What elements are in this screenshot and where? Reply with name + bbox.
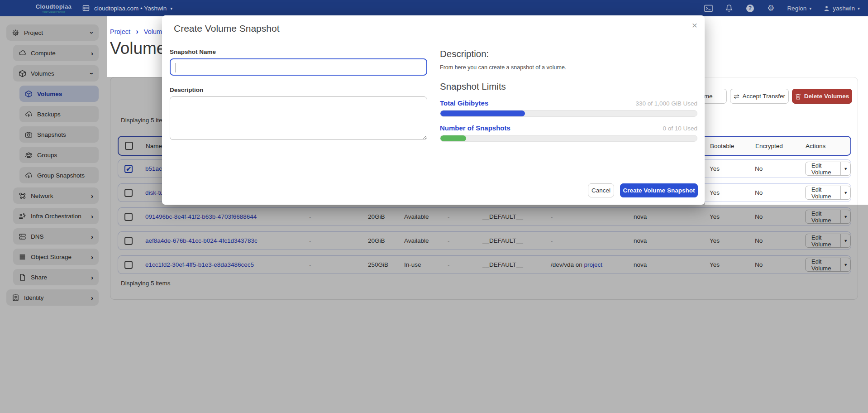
description-textarea[interactable] xyxy=(170,96,427,140)
user-icon xyxy=(823,5,830,12)
snapshots-progress-bar xyxy=(440,135,697,142)
column-header-encrypted[interactable]: Encrypted xyxy=(755,143,806,149)
modal-backdrop xyxy=(705,205,868,413)
cancel-button[interactable]: Cancel xyxy=(588,183,614,197)
trash-icon xyxy=(795,93,801,100)
region-dropdown[interactable]: Region ▾ xyxy=(787,5,811,12)
chevron-down-icon: ▾ xyxy=(170,6,172,11)
total-gibibytes-label: Total Gibibytes xyxy=(440,99,488,107)
top-navbar: Cloudtopiaa Your Cloud Partner cloudtopi… xyxy=(0,0,868,16)
number-of-snapshots-usage: 0 of 10 Used xyxy=(663,125,697,132)
close-icon[interactable]: × xyxy=(692,20,697,31)
chevron-right-icon: › xyxy=(136,27,138,36)
delete-volumes-button[interactable]: Delete Volumes xyxy=(792,89,852,104)
text-cursor xyxy=(176,63,176,72)
chevron-down-icon: ▾ xyxy=(809,6,811,11)
help-icon[interactable]: ? xyxy=(745,4,754,13)
edit-volume-split-button: Edit Volume▼ xyxy=(805,162,851,176)
transfer-arrows-icon: ⇌ xyxy=(734,92,739,101)
modal-header: Create Volume Snapshot × xyxy=(162,15,705,41)
modal-form-column: Snapshot Name Description xyxy=(170,48,427,142)
console-icon[interactable] xyxy=(704,4,713,13)
snapshot-name-input[interactable] xyxy=(170,58,427,76)
modal-title: Create Volume Snapshot xyxy=(174,23,693,34)
column-header-bootable[interactable]: Bootable xyxy=(710,143,755,149)
modal-backdrop xyxy=(0,16,107,413)
modal-info-column: Description: From here you can create a … xyxy=(440,48,697,142)
total-gibibytes-usage: 330 of 1,000 GiB Used xyxy=(635,100,697,107)
description-label: Description xyxy=(170,86,427,93)
gibibytes-progress-bar xyxy=(440,110,697,117)
column-header-actions: Actions xyxy=(806,143,850,149)
chevron-down-icon: ▾ xyxy=(858,6,860,11)
username-label: yashwin xyxy=(833,5,855,12)
edit-volume-split-button: Edit Volume▼ xyxy=(805,186,851,200)
description-heading: Description: xyxy=(440,48,697,59)
breadcrumb-project[interactable]: Project xyxy=(110,28,130,35)
project-table-icon xyxy=(81,4,91,13)
edit-volume-button[interactable]: Edit Volume xyxy=(806,186,840,199)
snapshots-progress-fill xyxy=(440,135,466,141)
context-label: cloudtopiaa.com • Yashwin xyxy=(94,5,167,12)
create-volume-snapshot-modal: Create Volume Snapshot × Snapshot Name D… xyxy=(162,15,705,205)
number-of-snapshots-label: Number of Snapshots xyxy=(440,124,510,132)
snapshot-name-label: Snapshot Name xyxy=(170,48,427,55)
region-label: Region xyxy=(787,5,806,12)
description-help-text: From here you can create a snapshot of a… xyxy=(440,64,697,71)
user-menu[interactable]: yashwin ▾ xyxy=(823,5,860,12)
gibibytes-progress-fill xyxy=(440,110,525,116)
create-volume-snapshot-button[interactable]: Create Volume Snapshot xyxy=(620,183,698,197)
snapshot-limits-heading: Snapshot Limits xyxy=(440,81,697,92)
accept-transfer-button[interactable]: ⇌ Accept Transfer xyxy=(730,89,789,104)
modal-footer: Cancel Create Volume Snapshot xyxy=(588,183,705,205)
edit-volume-button[interactable]: Edit Volume xyxy=(806,162,840,175)
notifications-bell-icon[interactable] xyxy=(725,4,734,13)
row-actions-caret[interactable]: ▼ xyxy=(840,162,850,175)
settings-gear-icon[interactable]: ⚙ xyxy=(766,4,775,13)
domain-project-switcher[interactable]: cloudtopiaa.com • Yashwin ▾ xyxy=(81,4,172,13)
row-actions-caret[interactable]: ▼ xyxy=(840,186,850,199)
breadcrumb: Project › Volumes xyxy=(110,27,169,36)
